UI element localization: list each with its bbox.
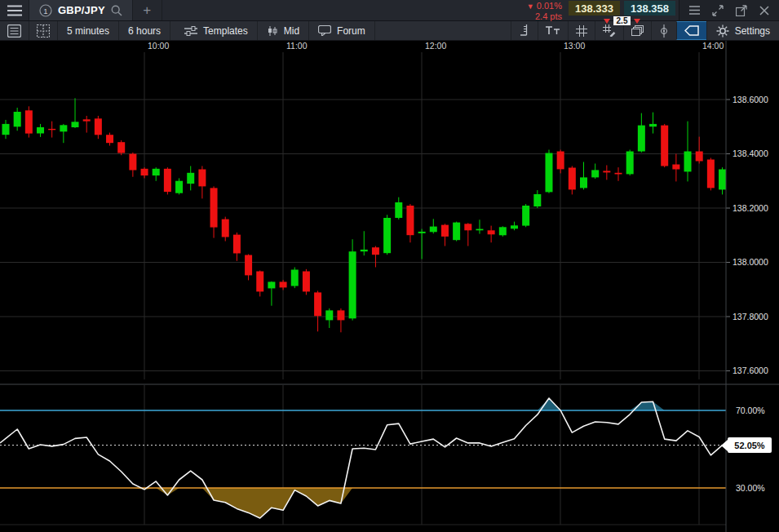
candle-body (649, 124, 657, 126)
candle-body (383, 218, 391, 253)
svg-text:1: 1 (43, 6, 47, 15)
timeframe-label: 5 minutes (67, 25, 109, 37)
settings-gear-icon (716, 24, 729, 38)
new-tab-button[interactable]: + (133, 0, 162, 20)
range-button[interactable]: 6 hours (119, 21, 170, 40)
forum-icon (318, 25, 331, 36)
window-controls (679, 0, 779, 20)
cascade-windows-icon (631, 25, 644, 37)
candle-body (372, 247, 379, 255)
price-mode-button[interactable]: Mid (258, 21, 309, 40)
window-menu-icon[interactable] (689, 6, 700, 15)
buy-price-button[interactable]: 138.358 (624, 1, 675, 16)
price-scale-button[interactable] (511, 21, 538, 40)
price-axis-label: 138.2000 (733, 203, 768, 213)
time-axis-label: 11:00 (286, 41, 308, 51)
spread-row: 2.5 (569, 16, 675, 25)
templates-icon (184, 26, 197, 36)
topbar-spacer (162, 0, 527, 20)
rsi-oversold-fill (0, 488, 723, 518)
change-percent: 0.01% (537, 1, 562, 11)
price-change: ▼ 0.01% 2.4 pts (527, 1, 562, 20)
candle-body (187, 173, 194, 184)
popout-icon[interactable] (736, 5, 747, 16)
chart-canvas[interactable]: 10:0011:0012:0013:0014:00138.6000138.400… (0, 41, 779, 532)
time-axis-label: 12:00 (425, 41, 446, 51)
rsi-current-value-badge: 52.05% (728, 437, 772, 453)
grid-icon (576, 25, 587, 37)
rsi-oversold-label: 30.00% (736, 483, 765, 493)
candle-body (661, 126, 668, 166)
price-axis-label: 138.0000 (733, 257, 768, 267)
candle-body (522, 206, 529, 226)
candle-body (256, 272, 263, 292)
candle-body (476, 229, 483, 231)
price-axis-label: 137.8000 (733, 312, 768, 321)
candle-body (580, 177, 587, 188)
sell-price-button[interactable]: 138.333 (569, 1, 620, 16)
draw-grid-icon (603, 24, 616, 37)
tag-icon (684, 25, 699, 36)
candle-body (141, 169, 148, 175)
candle-body (626, 152, 634, 175)
trading-app-window: 1 GBP/JPY + ▼ 0.01% 2.4 pts 138.333 138.… (0, 0, 779, 532)
expand-icon[interactable] (712, 5, 724, 16)
candle-body (325, 310, 333, 320)
candle-body (638, 126, 645, 152)
settings-label: Settings (735, 25, 770, 37)
candle-body (395, 202, 402, 218)
layout-button[interactable] (29, 21, 58, 40)
templates-label: Templates (203, 25, 248, 37)
candle-body (268, 282, 275, 288)
range-label: 6 hours (128, 25, 161, 37)
candle-body (464, 224, 471, 230)
time-axis-label: 10:00 (148, 41, 169, 51)
text-size-icon (546, 25, 560, 36)
text-size-button[interactable] (538, 21, 568, 40)
templates-button[interactable]: Templates (175, 21, 258, 40)
candle-body (291, 270, 299, 286)
candle-body (14, 112, 21, 126)
candle-body (95, 118, 102, 135)
time-axis-label: 13:00 (564, 41, 585, 51)
watchlist-panel-button[interactable] (0, 21, 29, 40)
candle-body (545, 153, 552, 193)
candle-body (60, 125, 67, 131)
quote-panel: 138.333 138.358 2.5 (569, 1, 679, 20)
candle-body (83, 119, 91, 121)
watchlist-icon (7, 24, 21, 38)
candle-body (591, 170, 599, 177)
candle-body (488, 230, 495, 234)
candle-body (106, 135, 113, 143)
price-axis-label: 138.6000 (733, 95, 768, 104)
sell-direction-icon (604, 19, 610, 24)
candle-body (210, 188, 218, 227)
price-mode-label: Mid (284, 25, 299, 37)
settings-button[interactable]: Settings (706, 21, 779, 40)
chart-tab-gbpjpy[interactable]: 1 GBP/JPY (29, 0, 133, 20)
candle-body (233, 235, 241, 254)
candle-body (361, 250, 368, 251)
candle-body (603, 171, 610, 172)
close-icon[interactable] (759, 6, 769, 16)
candle-body (453, 223, 460, 241)
candle-body (153, 169, 160, 175)
price-axis-label: 137.6000 (733, 366, 768, 375)
forum-button[interactable]: Forum (309, 21, 375, 40)
candle-body (164, 169, 171, 192)
mid-price-icon (267, 25, 278, 37)
main-menu-button[interactable] (0, 0, 29, 20)
candle-body (129, 154, 136, 171)
rsi-current-value: 52.05% (734, 441, 764, 450)
candle-body (615, 173, 622, 175)
price-axis-label: 138.4000 (733, 149, 768, 158)
tag-tool-button[interactable] (676, 21, 706, 40)
candle-body (48, 129, 55, 130)
price-scale-icon (519, 24, 530, 37)
candle-body (696, 152, 703, 162)
candle-body (2, 124, 10, 135)
search-icon[interactable] (111, 5, 122, 16)
rsi-line (0, 398, 723, 518)
timeframe-button[interactable]: 5 minutes (58, 21, 119, 40)
candle-body (222, 219, 229, 237)
